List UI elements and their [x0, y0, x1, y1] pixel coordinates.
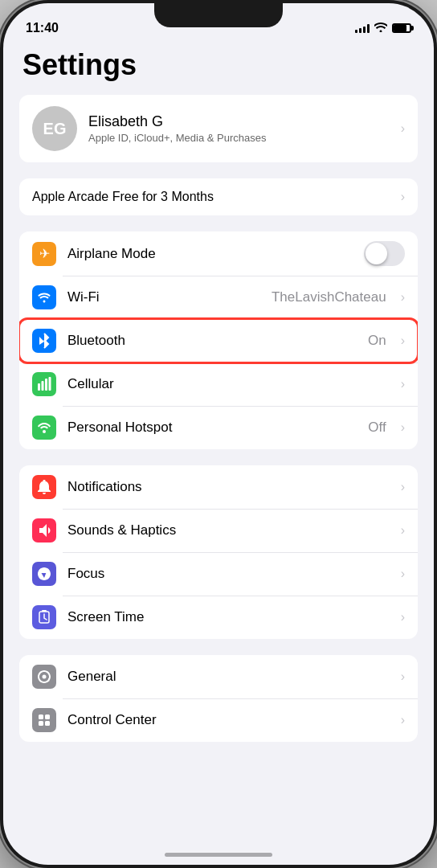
profile-info: Elisabeth G Apple ID, iCloud+, Media & P… — [88, 113, 390, 144]
bluetooth-label: Bluetooth — [67, 333, 357, 349]
wifi-status-icon — [374, 22, 387, 35]
bluetooth-icon — [32, 329, 56, 353]
svg-rect-10 — [39, 721, 43, 726]
page-title: Settings — [19, 42, 418, 95]
sounds-row[interactable]: Sounds & Haptics › — [19, 509, 418, 552]
notifications-icon — [32, 475, 56, 499]
phone-frame: 11:40 — [0, 0, 437, 868]
hotspot-icon — [32, 416, 56, 440]
airplane-label: Airplane Mode — [67, 246, 353, 262]
wifi-label: Wi-Fi — [67, 289, 260, 305]
svg-rect-1 — [42, 381, 44, 391]
cellular-icon — [32, 372, 56, 396]
wifi-row[interactable]: Wi-Fi TheLavishChateau › — [19, 276, 418, 319]
bluetooth-chevron: › — [401, 334, 405, 348]
hotspot-label: Personal Hotspot — [67, 420, 357, 436]
screentime-chevron: › — [401, 610, 405, 624]
svg-rect-6 — [42, 610, 47, 612]
arcade-row[interactable]: Apple Arcade Free for 3 Months › — [19, 178, 418, 215]
status-time: 11:40 — [26, 21, 59, 35]
general-chevron: › — [401, 669, 405, 684]
screentime-row[interactable]: Screen Time › — [19, 596, 418, 639]
airplane-toggle[interactable] — [364, 241, 405, 266]
arcade-label: Apple Arcade Free for 3 Months — [32, 190, 214, 204]
control-center-icon — [32, 708, 56, 732]
notifications-label: Notifications — [67, 479, 390, 495]
notifications-section: Notifications › Sounds & Haptics › — [19, 465, 418, 639]
cellular-chevron: › — [401, 377, 405, 391]
sounds-icon — [32, 518, 56, 542]
bluetooth-value: On — [368, 333, 386, 349]
hotspot-chevron: › — [401, 420, 405, 435]
svg-rect-0 — [38, 383, 40, 391]
bluetooth-row[interactable]: Bluetooth On › — [19, 319, 418, 362]
svg-rect-9 — [45, 714, 50, 719]
control-center-row[interactable]: Control Center › — [19, 698, 418, 742]
wifi-value: TheLavishChateau — [272, 289, 386, 305]
general-label: General — [67, 669, 390, 685]
airplane-icon: ✈ — [32, 242, 56, 266]
svg-rect-3 — [49, 377, 51, 391]
focus-icon — [32, 562, 56, 586]
avatar: EG — [32, 106, 77, 151]
profile-chevron: › — [401, 121, 405, 136]
control-center-label: Control Center — [67, 712, 390, 728]
general-icon — [32, 665, 56, 689]
wifi-chevron: › — [401, 290, 405, 305]
arcade-chevron: › — [401, 190, 405, 204]
svg-point-7 — [43, 675, 47, 679]
sounds-chevron: › — [401, 523, 405, 538]
hotspot-value: Off — [368, 420, 386, 436]
svg-rect-11 — [45, 721, 50, 726]
control-center-chevron: › — [401, 713, 405, 727]
phone-screen: 11:40 — [3, 3, 434, 865]
general-row[interactable]: General › — [19, 655, 418, 698]
svg-rect-2 — [45, 379, 47, 391]
profile-name: Elisabeth G — [88, 113, 390, 130]
airplane-mode-row[interactable]: ✈ Airplane Mode — [19, 231, 418, 276]
wifi-icon — [32, 285, 56, 309]
screen-content: Settings EG Elisabeth G Apple ID, iCloud… — [3, 42, 434, 758]
focus-label: Focus — [67, 566, 390, 582]
hotspot-row[interactable]: Personal Hotspot Off › — [19, 406, 418, 449]
home-indicator — [165, 853, 272, 857]
svg-rect-8 — [39, 714, 43, 719]
cellular-row[interactable]: Cellular › — [19, 362, 418, 406]
svg-point-4 — [43, 430, 46, 433]
status-icons — [355, 22, 411, 35]
notifications-chevron: › — [401, 480, 405, 494]
battery-icon — [392, 23, 411, 33]
focus-chevron: › — [401, 567, 405, 581]
focus-row[interactable]: Focus › — [19, 552, 418, 596]
sounds-label: Sounds & Haptics — [67, 522, 390, 538]
signal-icon — [355, 23, 370, 33]
profile-subtitle: Apple ID, iCloud+, Media & Purchases — [88, 132, 390, 144]
network-section: ✈ Airplane Mode Wi-Fi — [19, 231, 418, 449]
notch — [154, 3, 283, 27]
general-section: General › Control Center › — [19, 655, 418, 742]
cellular-label: Cellular — [67, 376, 390, 392]
screentime-label: Screen Time — [67, 609, 390, 625]
notifications-row[interactable]: Notifications › — [19, 465, 418, 509]
screentime-icon — [32, 605, 56, 629]
profile-row[interactable]: EG Elisabeth G Apple ID, iCloud+, Media … — [19, 95, 418, 162]
